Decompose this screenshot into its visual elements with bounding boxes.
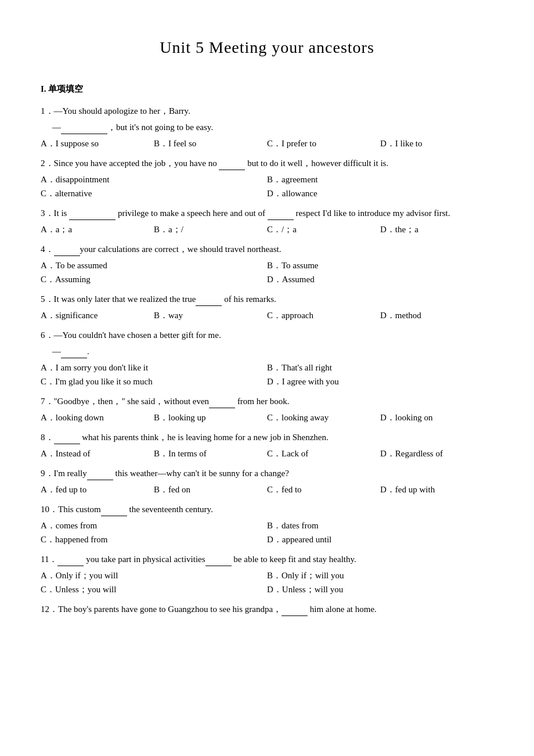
q4-line1: 4．your calculations are correct，we shoul… xyxy=(41,242,493,256)
q11-optD: D．Unless；will you xyxy=(267,582,493,596)
q6-line2: —. xyxy=(41,344,493,358)
q10-optC: C．happened from xyxy=(41,532,267,546)
q6-optA: A．I am sorry you don't like it xyxy=(41,361,267,375)
q11-optA: A．Only if；you will xyxy=(41,568,267,582)
section-heading: I. 单项填空 xyxy=(41,82,493,96)
q5-optD: D．method xyxy=(380,308,493,322)
q8-line1: 8． what his parents think，he is leaving … xyxy=(41,430,493,444)
q7-optA: A．looking down xyxy=(41,411,154,424)
q1-optB: B．I feel so xyxy=(154,136,267,150)
q1-options: A．I suppose so B．I feel so C．I prefer to… xyxy=(41,136,493,150)
question-8: 8． what his parents think，he is leaving … xyxy=(41,430,493,460)
q2-options: A．disappointment B．agreement C．alternati… xyxy=(41,172,493,200)
q2-optB: B．agreement xyxy=(267,172,493,186)
question-9: 9．I'm really this weather—why can't it b… xyxy=(41,466,493,496)
q8-optB: B．In terms of xyxy=(154,447,267,460)
q11-optB: B．Only if；will you xyxy=(267,568,493,582)
q9-line1: 9．I'm really this weather—why can't it b… xyxy=(41,466,493,480)
question-12: 12．The boy's parents have gone to Guangz… xyxy=(41,602,493,616)
page-title: Unit 5 Meeting your ancestors xyxy=(41,35,493,61)
q3-optD: D．the；a xyxy=(380,222,493,236)
q2-line1: 2．Since you have accepted the job，you ha… xyxy=(41,156,493,170)
question-6: 6．—You couldn't have chosen a better gif… xyxy=(41,328,493,388)
question-11: 11． you take part in physical activities… xyxy=(41,552,493,596)
q1-line1: 1．—You should apologize to her，Barry. xyxy=(41,104,493,118)
q10-optB: B．dates from xyxy=(267,519,493,532)
q10-options: A．comes from B．dates from C．happened fro… xyxy=(41,519,493,546)
question-5: 5．It was only later that we realized the… xyxy=(41,292,493,322)
q2-optC: C．alternative xyxy=(41,186,267,200)
q10-optA: A．comes from xyxy=(41,519,267,532)
q1-optC: C．I prefer to xyxy=(267,136,380,150)
q7-optC: C．looking away xyxy=(267,411,380,424)
q3-optC: C．/；a xyxy=(267,222,380,236)
q4-optB: B．To assume xyxy=(267,258,493,272)
q1-optA: A．I suppose so xyxy=(41,136,154,150)
q9-optA: A．fed up to xyxy=(41,483,154,496)
q3-optA: A．a；a xyxy=(41,222,154,236)
q11-options: A．Only if；you will B．Only if；will you C．… xyxy=(41,568,493,596)
q9-options: A．fed up to B．fed on C．fed to D．fed up w… xyxy=(41,483,493,496)
q3-line1: 3．It is privilege to make a speech here … xyxy=(41,206,493,220)
q5-line1: 5．It was only later that we realized the… xyxy=(41,292,493,306)
q6-line1: 6．—You couldn't have chosen a better gif… xyxy=(41,328,493,342)
q4-optD: D．Assumed xyxy=(267,272,493,286)
q8-options: A．Instead of B．In terms of C．Lack of D．R… xyxy=(41,447,493,460)
q4-options: A．To be assumed B．To assume C．Assuming D… xyxy=(41,258,493,286)
question-2: 2．Since you have accepted the job，you ha… xyxy=(41,156,493,200)
q8-optC: C．Lack of xyxy=(267,447,380,460)
q8-optD: D．Regardless of xyxy=(380,447,493,460)
q12-line1: 12．The boy's parents have gone to Guangz… xyxy=(41,602,493,616)
q5-optB: B．way xyxy=(154,308,267,322)
question-3: 3．It is privilege to make a speech here … xyxy=(41,206,493,236)
q3-optB: B．a；/ xyxy=(154,222,267,236)
q11-line1: 11． you take part in physical activities… xyxy=(41,552,493,566)
q7-line1: 7．"Goodbye，then，" she said，without even … xyxy=(41,394,493,408)
q2-optA: A．disappointment xyxy=(41,172,267,186)
q10-optD: D．appeared until xyxy=(267,532,493,546)
q6-optD: D．I agree with you xyxy=(267,375,493,388)
q3-options: A．a；a B．a；/ C．/；a D．the；a xyxy=(41,222,493,236)
q5-optA: A．significance xyxy=(41,308,154,322)
q2-optD: D．allowance xyxy=(267,186,493,200)
q11-optC: C．Unless；you will xyxy=(41,582,267,596)
q9-optC: C．fed to xyxy=(267,483,380,496)
q4-optA: A．To be assumed xyxy=(41,258,267,272)
q5-optC: C．approach xyxy=(267,308,380,322)
q4-optC: C．Assuming xyxy=(41,272,267,286)
q6-optC: C．I'm glad you like it so much xyxy=(41,375,267,388)
q1-line2: —，but it's not going to be easy. xyxy=(41,120,493,134)
question-1: 1．—You should apologize to her，Barry. —，… xyxy=(41,104,493,150)
q5-options: A．significance B．way C．approach D．method xyxy=(41,308,493,322)
q10-line1: 10．This custom the seventeenth century. xyxy=(41,502,493,516)
question-10: 10．This custom the seventeenth century. … xyxy=(41,502,493,546)
question-4: 4．your calculations are correct，we shoul… xyxy=(41,242,493,286)
section-1: I. 单项填空 1．—You should apologize to her，B… xyxy=(41,82,493,616)
q9-optB: B．fed on xyxy=(154,483,267,496)
q8-optA: A．Instead of xyxy=(41,447,154,460)
q9-optD: D．fed up with xyxy=(380,483,493,496)
q7-options: A．looking down B．looking up C．looking aw… xyxy=(41,411,493,424)
q6-optB: B．That's all right xyxy=(267,361,493,375)
question-7: 7．"Goodbye，then，" she said，without even … xyxy=(41,394,493,424)
q7-optB: B．looking up xyxy=(154,411,267,424)
q1-optD: D．I like to xyxy=(380,136,493,150)
q6-options: A．I am sorry you don't like it B．That's … xyxy=(41,361,493,388)
q7-optD: D．looking on xyxy=(380,411,493,424)
